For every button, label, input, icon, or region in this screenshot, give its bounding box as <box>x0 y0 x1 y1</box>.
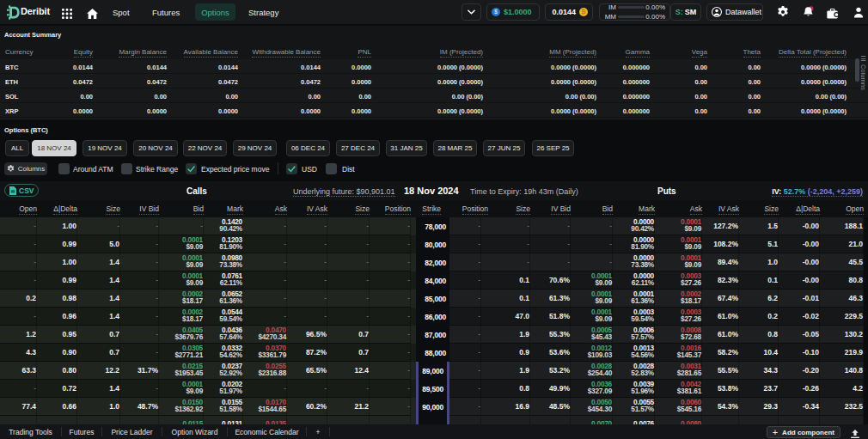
svg-text:₿: ₿ <box>581 9 586 15</box>
svg-text:$: $ <box>494 9 498 15</box>
